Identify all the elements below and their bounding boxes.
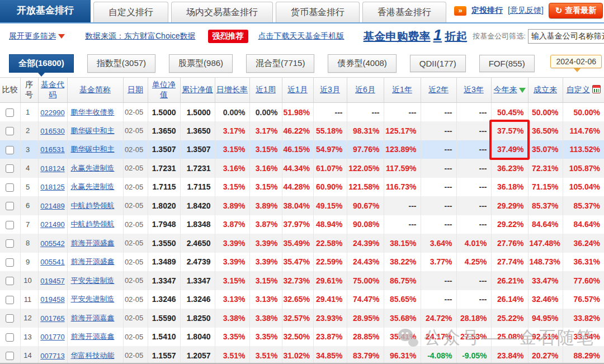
seq-cell: 8 bbox=[20, 234, 38, 253]
feedback-link[interactable]: [意见反馈] bbox=[508, 6, 544, 16]
tabbar-right-links: » 定投排行 [意见反馈] ↻ 查看最新 bbox=[454, 3, 603, 22]
col-header-ytd[interactable]: 今年来 bbox=[491, 78, 528, 103]
compare-checkbox[interactable] bbox=[6, 239, 14, 248]
tab-custom-ranking[interactable]: 自定义排行 bbox=[93, 2, 168, 22]
col-header-name[interactable]: 基金简称 bbox=[67, 78, 123, 103]
expand-more-filters-link[interactable]: 展开更多筛选 bbox=[9, 31, 65, 41]
table-row: 10019457平安先进制造02-051.33471.33473.15%3.15… bbox=[0, 271, 604, 290]
tab-exchange-fund-ranking[interactable]: 场内交易基金排行 bbox=[171, 2, 273, 22]
pct-cell: 26.14% bbox=[491, 290, 528, 309]
fund-code-link[interactable]: 016530 bbox=[40, 127, 64, 135]
company-filter-select[interactable]: 输入基金公司名称筛选 ▼ bbox=[528, 29, 604, 44]
compare-checkbox[interactable] bbox=[6, 277, 14, 285]
fund-code-link[interactable]: 001770 bbox=[40, 333, 64, 341]
col-header-month1[interactable]: 近1月 bbox=[282, 78, 313, 103]
calendar-icon[interactable] bbox=[592, 85, 601, 93]
pct-cell: --- bbox=[456, 196, 491, 215]
filter-hybrid[interactable]: 混合型(7715) bbox=[246, 54, 314, 73]
compare-checkbox[interactable] bbox=[6, 108, 14, 117]
compare-checkbox[interactable] bbox=[6, 221, 14, 229]
table-row: 7021490中航趋势领航02-051.79481.83483.87%3.87%… bbox=[0, 215, 604, 234]
view-latest-button[interactable]: ↻ 查看最新 bbox=[549, 3, 603, 18]
compare-checkbox[interactable] bbox=[6, 183, 14, 192]
compare-checkbox[interactable] bbox=[6, 164, 14, 173]
filter-qdii[interactable]: QDII(177) bbox=[410, 55, 466, 72]
fund-name-link[interactable]: 华富科技动能 bbox=[71, 351, 115, 360]
col-header-month3[interactable]: 近3月 bbox=[313, 78, 347, 103]
data-source-link[interactable]: 数据来源：东方财富Choice数据 bbox=[85, 31, 196, 41]
nav-cell: 1.7231 bbox=[180, 159, 215, 178]
pct-cell: --- bbox=[421, 178, 456, 197]
pct-cell: 90.08% bbox=[347, 215, 384, 234]
col-header-week1[interactable]: 近1周 bbox=[249, 78, 282, 103]
tab-open-fund-ranking[interactable]: 开放基金排行 bbox=[0, 0, 91, 22]
fund-name-link[interactable]: 永赢先进制造 bbox=[71, 182, 115, 191]
fee-promo-link[interactable]: 基金申购费率 1 折起 bbox=[364, 29, 468, 44]
fund-name-link[interactable]: 前海开源盛鑫 bbox=[71, 257, 115, 266]
filter-index[interactable]: 指数型(3057) bbox=[87, 54, 155, 73]
pct-cell: 75.00% bbox=[347, 271, 384, 290]
compare-checkbox[interactable] bbox=[6, 258, 14, 267]
fund-code-link[interactable]: 019457 bbox=[40, 277, 64, 285]
table-body: 1022990鹏华丰收债券02-051.50001.50000.00%0.00%… bbox=[0, 103, 604, 364]
col-header-code[interactable]: 基金代码 bbox=[38, 78, 67, 103]
sip-ranking-link[interactable]: 定投排行 bbox=[471, 6, 503, 16]
pct-cell: 28.95% bbox=[347, 309, 384, 328]
fund-code-link[interactable]: 005542 bbox=[40, 239, 64, 248]
fund-name-link[interactable]: 中航趋势领航 bbox=[71, 201, 115, 210]
fund-code-link[interactable]: 018125 bbox=[40, 183, 64, 191]
download-app-link[interactable]: 点击下载天天基金手机版 bbox=[258, 31, 345, 41]
fund-name-link[interactable]: 永赢先进制造 bbox=[71, 164, 115, 172]
seq-cell: 5 bbox=[20, 178, 38, 197]
fund-name-link[interactable]: 鹏华碳中和主 bbox=[71, 126, 115, 135]
fund-code-link[interactable]: 019458 bbox=[40, 295, 64, 304]
tab-hk-fund-ranking[interactable]: 香港基金排行 bbox=[362, 2, 446, 22]
compare-checkbox[interactable] bbox=[6, 127, 14, 135]
fund-code-link[interactable]: 001765 bbox=[40, 314, 64, 323]
fund-name-link[interactable]: 前海开源盛鑫 bbox=[71, 239, 115, 247]
col-header-year3[interactable]: 近3年 bbox=[456, 78, 491, 103]
col-header-year2[interactable]: 近2年 bbox=[421, 78, 456, 103]
compare-checkbox[interactable] bbox=[6, 146, 14, 154]
seq-cell: 10 bbox=[20, 271, 38, 290]
filter-stock[interactable]: 股票型(986) bbox=[169, 54, 233, 73]
col-header-cum-nav[interactable]: 累计净值 bbox=[180, 78, 215, 103]
col-header-day-growth[interactable]: 日增长率 bbox=[215, 78, 249, 103]
pct-cell: 29.41% bbox=[313, 290, 347, 309]
nav-cell: 1.7115 bbox=[180, 178, 215, 197]
compare-cell bbox=[0, 196, 20, 215]
fund-name-link[interactable]: 前海开源嘉鑫 bbox=[71, 314, 115, 322]
fund-code-link[interactable]: 021490 bbox=[40, 220, 64, 229]
fund-code-link[interactable]: 018124 bbox=[40, 164, 64, 173]
fund-code-link[interactable]: 005541 bbox=[40, 258, 64, 266]
compare-cell bbox=[0, 346, 20, 364]
fund-name-link[interactable]: 鹏华碳中和主 bbox=[71, 145, 115, 153]
col-header-date[interactable]: 日期 bbox=[123, 78, 148, 103]
date-cell: 02-05 bbox=[123, 159, 148, 178]
compare-checkbox[interactable] bbox=[6, 202, 14, 210]
tab-money-fund-ranking[interactable]: 货币基金排行 bbox=[276, 2, 360, 22]
fund-code-link[interactable]: 007713 bbox=[40, 352, 64, 360]
col-header-month6[interactable]: 近6月 bbox=[347, 78, 384, 103]
fund-code-cell: 021489 bbox=[38, 196, 67, 215]
col-header-inception[interactable]: 成立来 bbox=[528, 78, 563, 103]
compare-checkbox[interactable] bbox=[6, 352, 14, 360]
compare-checkbox[interactable] bbox=[6, 333, 14, 342]
fund-code-link[interactable]: 021489 bbox=[40, 202, 64, 210]
fund-code-link[interactable]: 016531 bbox=[40, 145, 64, 154]
filter-fof[interactable]: FOF(855) bbox=[479, 55, 535, 72]
filter-all[interactable]: 全部(16800) bbox=[9, 54, 74, 73]
fund-name-link[interactable]: 中航趋势领航 bbox=[71, 220, 115, 228]
fund-name-link[interactable]: 平安先进制造 bbox=[71, 276, 115, 285]
fund-code-link[interactable]: 022990 bbox=[40, 108, 64, 117]
date-cell: 02-05 bbox=[123, 121, 148, 140]
col-header-year1[interactable]: 近1年 bbox=[384, 78, 421, 103]
fund-name-link[interactable]: 鹏华丰收债券 bbox=[71, 108, 115, 116]
filter-bond[interactable]: 债券型(4008) bbox=[328, 54, 396, 73]
compare-checkbox[interactable] bbox=[6, 296, 14, 304]
col-header-custom[interactable]: 自定义 bbox=[563, 78, 604, 103]
fund-name-link[interactable]: 平安先进制造 bbox=[71, 295, 115, 303]
compare-checkbox[interactable] bbox=[6, 314, 14, 323]
fund-name-link[interactable]: 前海开源嘉鑫 bbox=[71, 332, 115, 341]
col-header-nav[interactable]: 单位净值 bbox=[148, 78, 180, 103]
